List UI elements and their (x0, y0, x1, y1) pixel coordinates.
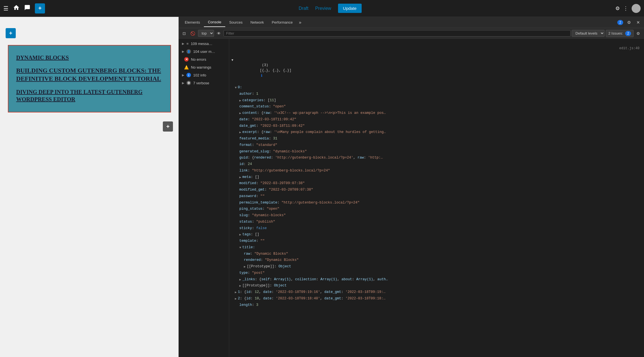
settings-icon[interactable]: ⚙ (615, 5, 620, 12)
log-line-format: format: "standard" (229, 142, 644, 148)
inspect-icon[interactable]: 👁 (215, 30, 222, 37)
devtools-toolbar: ⊡ 🚫 top 👁 Default levels 2 Issues: 2 ⚙ (179, 28, 644, 39)
expand-2-icon[interactable]: ▶ (235, 297, 237, 301)
log-line-2[interactable]: ▶ 2: {id: 10, date: '2022-03-18T09:18:40… (229, 295, 644, 302)
sidebar-item-user-messages[interactable]: ▶ 👤 104 user m… (179, 48, 229, 55)
arrow-icon: ▶ (182, 81, 184, 85)
expand-title-icon[interactable]: ▼ (239, 245, 241, 250)
block-subtitle: BUILDING CUSTOM GUTENBERG BLOCKS: THE DE… (16, 67, 163, 83)
tab-console[interactable]: Console (204, 18, 225, 27)
sidebar-item-no-warnings[interactable]: ! No warnings (179, 63, 229, 71)
expand-proto-icon[interactable]: ▶ (244, 265, 246, 269)
issues-badge-toolbar[interactable]: 2 Issues: 2 (606, 30, 634, 37)
expand-1-icon[interactable]: ▶ (235, 290, 237, 295)
log-array-header[interactable]: ▼ (3) [{…}, {…}, {…}] ℹ (229, 57, 644, 84)
log-line-tags[interactable]: ▶ tags: [] (229, 231, 644, 238)
arrow-icon: ▶ (182, 42, 184, 46)
log-line-content[interactable]: ▶ content: {raw: '\x3C!-- wp:paragraph -… (229, 110, 644, 116)
log-line-prototype-0[interactable]: ▶ [[Prototype]]: Object (229, 283, 644, 289)
log-line-modified: modified: "2022-03-20T09:07:38" (229, 180, 644, 187)
log-line-0[interactable]: ▼ 0: (229, 84, 644, 91)
more-tabs-icon[interactable]: » (297, 19, 304, 26)
sidebar-item-messages[interactable]: ▶ ≡ 109 messa… (179, 40, 229, 48)
sidebar-item-no-errors[interactable]: ✕ No errors (179, 55, 229, 63)
content-block[interactable]: DYNAMIC BLOCKS BUILDING CUSTOM GUTENBERG… (8, 45, 171, 112)
expand-links-icon[interactable]: ▶ (239, 277, 241, 282)
stop-icon[interactable]: 🚫 (189, 30, 197, 37)
log-line-date-gmt: date_gmt: "2022-03-18T11:09:42" (229, 123, 644, 129)
context-select[interactable]: top (198, 30, 214, 37)
topbar-left: ☰ + (3, 3, 45, 13)
devtools-content: ▶ ≡ 109 messa… ▶ 👤 104 user m… ✕ No erro… (179, 39, 644, 357)
sidebar-item-verbose[interactable]: ▶ ⚙ 7 verbose (179, 79, 229, 87)
tab-sources[interactable]: Sources (225, 18, 247, 27)
log-line-length: length: 3 (229, 302, 644, 308)
user-messages-label: 104 user m… (193, 49, 215, 54)
log-line-links[interactable]: ▶ _links: {self: Array(1), collection: A… (229, 276, 644, 283)
log-line-title[interactable]: ▼ title: (229, 244, 644, 251)
hamburger-icon[interactable]: ☰ (3, 5, 8, 12)
devtools-tabs: Elements Console Sources Network Perform… (179, 17, 644, 28)
expand-arrow[interactable]: ▼ (231, 58, 233, 63)
home-icon[interactable] (13, 4, 20, 13)
no-errors-label: No errors (191, 57, 206, 62)
tab-performance[interactable]: Performance (268, 18, 296, 27)
avatar[interactable] (632, 4, 641, 13)
draft-button[interactable]: Draft (299, 6, 309, 11)
add-block-topbar-button[interactable]: + (35, 3, 45, 13)
expand-tags-icon[interactable]: ▶ (239, 232, 241, 237)
wp-topbar: ☰ + Draft Preview Update ⚙ ⋮ (0, 0, 644, 17)
log-line-comment-status: comment_status: "open" (229, 103, 644, 110)
log-line-meta[interactable]: ▶ meta: [] (229, 174, 644, 180)
sidebar-item-info[interactable]: ▶ i 102 info (179, 71, 229, 79)
log-line-type: type: "post" (229, 270, 644, 276)
devtools-settings-icon[interactable]: ⚙ (625, 19, 632, 26)
log-line-categories[interactable]: ▶ categories: [11] (229, 97, 644, 104)
preview-button[interactable]: Preview (315, 6, 331, 11)
topbar-center: Draft Preview Update (47, 4, 613, 13)
log-line-permalink-template: permalink_template: "http://gutenberg-bl… (229, 200, 644, 206)
log-line-status: status: "publish" (229, 219, 644, 225)
info-icon: i (186, 73, 191, 77)
log-line-author: author: 1 (229, 91, 644, 97)
devtools-header-actions: 2 ⚙ ✕ (616, 19, 642, 26)
console-output: edit.js:40 ▼ (3) [{…}, {…}, {…}] ℹ ▼ 0: (229, 39, 644, 357)
log-line-excerpt[interactable]: ▶ excerpt: {raw: '\nMany people complain… (229, 129, 644, 135)
log-line-generated-slug: generated_slug: "dynamic-blocks" (229, 148, 644, 155)
levels-select[interactable]: Default levels (572, 30, 605, 37)
issues-count: 2 (625, 31, 631, 36)
issues-badge-header: 2 (617, 20, 623, 25)
arrow-icon: ▶ (182, 73, 184, 77)
messages-label: 109 messa… (191, 42, 213, 46)
filter-input[interactable] (224, 30, 571, 37)
gear-icon[interactable]: ⚙ (635, 30, 642, 37)
main-area: + DYNAMIC BLOCKS BUILDING CUSTOM GUTENBE… (0, 17, 644, 357)
no-warnings-label: No warnings (191, 65, 211, 69)
log-line-1[interactable]: ▶ 1: {id: 12, date: '2022-03-18T09:19:16… (229, 289, 644, 295)
clear-console-icon[interactable]: ⊡ (181, 30, 188, 37)
console-sidebar: ▶ ≡ 109 messa… ▶ 👤 104 user m… ✕ No erro… (179, 39, 229, 357)
log-line-title-prototype[interactable]: ▶ [[Prototype]]: Object (229, 263, 644, 270)
expand-meta-icon[interactable]: ▶ (239, 175, 241, 180)
tab-elements[interactable]: Elements (181, 18, 204, 27)
devtools-close-icon[interactable]: ✕ (635, 19, 642, 26)
add-block-top-button[interactable]: + (6, 28, 16, 38)
expand-0-icon[interactable]: ▼ (235, 85, 237, 90)
expand-proto-0-icon[interactable]: ▶ (239, 284, 241, 288)
add-block-bottom-button[interactable]: + (163, 121, 173, 132)
log-line-id: id: 24 (229, 161, 644, 168)
log-line-sticky: sticky: false (229, 225, 644, 232)
log-line-date: date: "2022-03-18T11:09:42" (229, 116, 644, 123)
file-ref: edit.js:40 (619, 46, 642, 51)
more-options-icon[interactable]: ⋮ (623, 5, 628, 12)
log-line-ping-status: ping_status: "open" (229, 206, 644, 212)
comment-icon[interactable] (24, 4, 30, 12)
expand-content-icon[interactable]: ▶ (239, 111, 241, 116)
user-icon: 👤 (186, 49, 191, 54)
expand-excerpt-icon[interactable]: ▶ (239, 130, 241, 135)
expand-categories-icon[interactable]: ▶ (239, 98, 241, 103)
update-button[interactable]: Update (338, 4, 362, 13)
issues-label: 2 Issues: (608, 31, 623, 35)
tab-network[interactable]: Network (247, 18, 268, 27)
list-icon: ≡ (186, 42, 189, 46)
